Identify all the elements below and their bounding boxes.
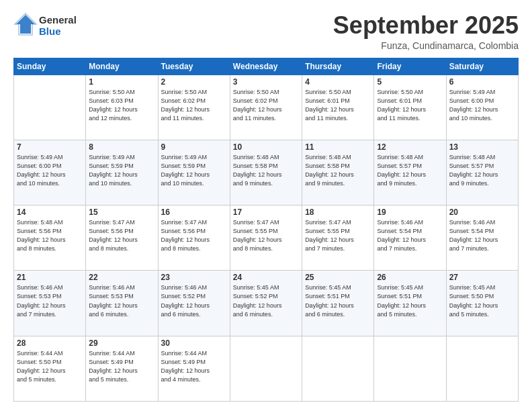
day-number: 18 [305,208,371,217]
calendar-cell: 2Sunrise: 5:50 AM Sunset: 6:02 PM Daylig… [158,75,230,140]
logo: General Blue [13,12,77,39]
calendar-cell: 9Sunrise: 5:49 AM Sunset: 5:59 PM Daylig… [158,140,230,205]
calendar-cell: 7Sunrise: 5:49 AM Sunset: 6:00 PM Daylig… [14,140,86,205]
calendar-cell [446,336,518,401]
day-number: 19 [377,208,443,217]
calendar-cell [302,336,374,401]
calendar-cell: 29Sunrise: 5:44 AM Sunset: 5:49 PM Dayli… [86,336,158,401]
calendar-cell: 11Sunrise: 5:48 AM Sunset: 5:58 PM Dayli… [302,140,374,205]
calendar-cell: 14Sunrise: 5:48 AM Sunset: 5:56 PM Dayli… [14,205,86,271]
day-info: Sunrise: 5:47 AM Sunset: 5:55 PM Dayligh… [233,218,299,253]
calendar-week-row: 21Sunrise: 5:46 AM Sunset: 5:53 PM Dayli… [14,271,519,336]
day-number: 5 [377,77,443,87]
calendar-cell [14,75,86,140]
day-number: 29 [89,338,154,348]
day-info: Sunrise: 5:49 AM Sunset: 5:59 PM Dayligh… [161,153,227,188]
calendar-header-thursday: Thursday [302,58,374,75]
day-number: 17 [233,208,299,217]
day-info: Sunrise: 5:48 AM Sunset: 5:58 PM Dayligh… [305,153,371,188]
calendar-cell: 24Sunrise: 5:45 AM Sunset: 5:52 PM Dayli… [230,271,302,336]
calendar-cell: 13Sunrise: 5:48 AM Sunset: 5:57 PM Dayli… [446,140,518,205]
day-number: 27 [449,273,515,282]
day-info: Sunrise: 5:47 AM Sunset: 5:56 PM Dayligh… [89,218,154,253]
day-number: 15 [89,208,154,217]
day-number: 13 [449,142,515,152]
day-number: 9 [161,142,227,152]
day-number: 14 [17,208,83,217]
day-number: 11 [305,142,371,152]
calendar-header-friday: Friday [374,58,446,75]
calendar-cell: 21Sunrise: 5:46 AM Sunset: 5:53 PM Dayli… [14,271,86,336]
day-info: Sunrise: 5:46 AM Sunset: 5:53 PM Dayligh… [17,283,83,318]
day-info: Sunrise: 5:49 AM Sunset: 6:00 PM Dayligh… [449,88,515,123]
calendar-cell: 12Sunrise: 5:48 AM Sunset: 5:57 PM Dayli… [374,140,446,205]
calendar-cell [374,336,446,401]
calendar-table: SundayMondayTuesdayWednesdayThursdayFrid… [13,58,519,402]
day-number: 30 [161,338,227,348]
day-number: 28 [17,338,83,348]
logo-blue-text: Blue [39,26,77,37]
day-info: Sunrise: 5:48 AM Sunset: 5:57 PM Dayligh… [449,153,515,188]
calendar-cell: 4Sunrise: 5:50 AM Sunset: 6:01 PM Daylig… [302,75,374,140]
day-number: 16 [161,208,227,217]
calendar-cell: 15Sunrise: 5:47 AM Sunset: 5:56 PM Dayli… [86,205,158,271]
day-info: Sunrise: 5:50 AM Sunset: 6:03 PM Dayligh… [89,88,154,123]
logo-icon [13,12,38,36]
day-number: 23 [161,273,227,282]
calendar-cell: 19Sunrise: 5:46 AM Sunset: 5:54 PM Dayli… [374,205,446,271]
day-number: 12 [377,142,443,152]
day-info: Sunrise: 5:45 AM Sunset: 5:52 PM Dayligh… [233,283,299,318]
calendar-cell: 27Sunrise: 5:45 AM Sunset: 5:50 PM Dayli… [446,271,518,336]
calendar-cell: 18Sunrise: 5:47 AM Sunset: 5:55 PM Dayli… [302,205,374,271]
calendar-cell: 10Sunrise: 5:48 AM Sunset: 5:58 PM Dayli… [230,140,302,205]
calendar-cell: 28Sunrise: 5:44 AM Sunset: 5:50 PM Dayli… [14,336,86,401]
day-info: Sunrise: 5:49 AM Sunset: 6:00 PM Dayligh… [17,153,83,188]
calendar-cell: 3Sunrise: 5:50 AM Sunset: 6:02 PM Daylig… [230,75,302,140]
calendar-week-row: 28Sunrise: 5:44 AM Sunset: 5:50 PM Dayli… [14,336,519,401]
page: General Blue September 2025 Funza, Cundi… [0,0,532,411]
day-info: Sunrise: 5:49 AM Sunset: 5:59 PM Dayligh… [89,153,154,188]
day-info: Sunrise: 5:50 AM Sunset: 6:01 PM Dayligh… [305,88,371,123]
day-info: Sunrise: 5:44 AM Sunset: 5:49 PM Dayligh… [89,349,154,384]
calendar-cell: 1Sunrise: 5:50 AM Sunset: 6:03 PM Daylig… [86,75,158,140]
calendar-header-row: SundayMondayTuesdayWednesdayThursdayFrid… [14,58,519,75]
day-number: 21 [17,273,83,282]
month-title: September 2025 [333,12,519,39]
day-number: 22 [89,273,154,282]
day-number: 20 [449,208,515,217]
calendar-cell: 17Sunrise: 5:47 AM Sunset: 5:55 PM Dayli… [230,205,302,271]
day-info: Sunrise: 5:47 AM Sunset: 5:55 PM Dayligh… [305,218,371,253]
day-info: Sunrise: 5:45 AM Sunset: 5:51 PM Dayligh… [305,283,371,318]
day-number: 25 [305,273,371,282]
day-info: Sunrise: 5:45 AM Sunset: 5:51 PM Dayligh… [377,283,443,318]
day-info: Sunrise: 5:47 AM Sunset: 5:56 PM Dayligh… [161,218,227,253]
day-info: Sunrise: 5:44 AM Sunset: 5:49 PM Dayligh… [161,349,227,384]
calendar-cell: 5Sunrise: 5:50 AM Sunset: 6:01 PM Daylig… [374,75,446,140]
day-number: 24 [233,273,299,282]
day-info: Sunrise: 5:48 AM Sunset: 5:57 PM Dayligh… [377,153,443,188]
day-number: 2 [161,77,227,87]
day-info: Sunrise: 5:46 AM Sunset: 5:52 PM Dayligh… [161,283,227,318]
calendar-cell: 6Sunrise: 5:49 AM Sunset: 6:00 PM Daylig… [446,75,518,140]
day-number: 4 [305,77,371,87]
calendar-header-tuesday: Tuesday [158,58,230,75]
calendar-header-wednesday: Wednesday [230,58,302,75]
calendar-week-row: 1Sunrise: 5:50 AM Sunset: 6:03 PM Daylig… [14,75,519,140]
location: Funza, Cundinamarca, Colombia [333,40,519,51]
logo-general-text: General [39,14,77,26]
day-number: 8 [89,142,154,152]
day-info: Sunrise: 5:48 AM Sunset: 5:56 PM Dayligh… [17,218,83,253]
header: General Blue September 2025 Funza, Cundi… [13,12,519,51]
calendar-cell: 20Sunrise: 5:46 AM Sunset: 5:54 PM Dayli… [446,205,518,271]
calendar-cell: 26Sunrise: 5:45 AM Sunset: 5:51 PM Dayli… [374,271,446,336]
day-info: Sunrise: 5:50 AM Sunset: 6:02 PM Dayligh… [233,88,299,123]
title-block: September 2025 Funza, Cundinamarca, Colo… [333,12,519,51]
calendar-cell: 23Sunrise: 5:46 AM Sunset: 5:52 PM Dayli… [158,271,230,336]
day-info: Sunrise: 5:50 AM Sunset: 6:01 PM Dayligh… [377,88,443,123]
day-number: 1 [89,77,154,87]
day-info: Sunrise: 5:46 AM Sunset: 5:54 PM Dayligh… [449,218,515,253]
calendar-cell: 8Sunrise: 5:49 AM Sunset: 5:59 PM Daylig… [86,140,158,205]
calendar-header-monday: Monday [86,58,158,75]
calendar-cell [230,336,302,401]
day-number: 6 [449,77,515,87]
